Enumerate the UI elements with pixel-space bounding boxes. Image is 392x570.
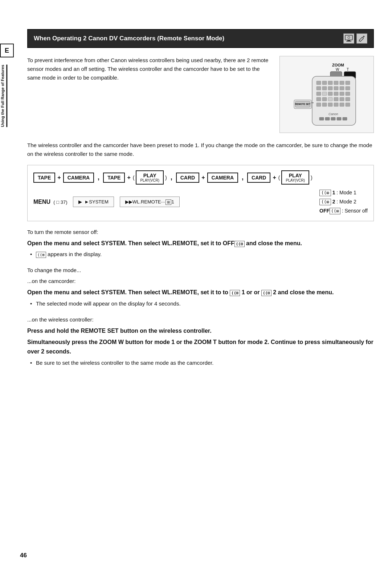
wireless-intro: ...on the wireless controller: <box>27 315 374 324</box>
paren-1: ( <box>133 175 135 181</box>
svg-rect-39 <box>328 103 332 106</box>
pencil-icon <box>356 33 367 44</box>
intro-text: To prevent interference from other Canon… <box>27 56 269 133</box>
letter-e: E <box>5 47 9 54</box>
svg-rect-34 <box>334 97 338 101</box>
diagram-top-row: TAPE + CAMERA , TAPE + ( PLAY PLAY(VCR) … <box>33 170 368 185</box>
diagram-bottom-row: MENU ( □ 37) ▶ ►SYSTEM ▶ ▶WL.REMOTE···⊞1… <box>33 188 368 216</box>
sidebar-rotated-label: Using the Full Range of Features <box>0 65 7 127</box>
change-mode-intro1: To change the mode... <box>27 266 374 275</box>
title-banner: When Operating 2 Canon DV Camcorders (Re… <box>27 29 374 48</box>
svg-point-3 <box>348 36 350 39</box>
wl-remote-label: ▶WL.REMOTE···⊞1 <box>129 199 174 205</box>
svg-rect-51 <box>337 117 341 120</box>
title-banner-icons <box>343 33 367 44</box>
wireless-bold4: Simultaneously press the ZOOM W button f… <box>27 337 374 356</box>
wl-remote-box: ▶ ▶WL.REMOTE···⊞1 <box>120 197 180 207</box>
svg-rect-42 <box>346 103 350 106</box>
svg-rect-25 <box>317 92 321 96</box>
svg-rect-14 <box>322 81 327 85</box>
or-text: or <box>254 289 261 295</box>
card-label-2: CARD <box>247 173 270 183</box>
mode-info: ((⊞ 1 : Mode 1 ((⊞ 2 : Mode 2 OFF((⊞ : S… <box>319 188 368 216</box>
svg-rect-31 <box>317 97 321 101</box>
off-line: OFF((⊞ : Sensor off <box>319 206 368 215</box>
svg-rect-37 <box>317 103 321 106</box>
intro-row: To prevent interference from other Canon… <box>27 56 374 133</box>
svg-rect-16 <box>334 81 338 85</box>
camera-label-2: CAMERA <box>207 173 238 183</box>
remote-svg: ZOOM W T <box>287 60 367 129</box>
wireless-bullet: Be sure to set the wireless controller t… <box>27 359 374 367</box>
svg-rect-52 <box>343 117 347 120</box>
svg-rect-4 <box>359 37 363 41</box>
card-label-1: CARD <box>176 173 199 183</box>
title-banner-text: When Operating 2 Canon DV Camcorders (Re… <box>34 35 224 42</box>
paren-4: ) <box>311 175 313 181</box>
system-label: ►SYSTEM <box>84 199 108 205</box>
svg-rect-28 <box>334 92 338 96</box>
svg-rect-0 <box>345 35 352 40</box>
letter-e-box: E <box>0 44 14 57</box>
main-content: When Operating 2 Canon DV Camcorders (Re… <box>20 15 392 555</box>
camera-label-1: CAMERA <box>63 173 94 183</box>
page-container: E Using the Full Range of Features When … <box>0 0 392 570</box>
svg-rect-23 <box>340 86 344 90</box>
remote-image: ZOOM W T <box>279 56 374 133</box>
svg-rect-33 <box>328 97 332 101</box>
system-arrow-box: ▶ ►SYSTEM <box>73 197 114 207</box>
paren-2: ) <box>165 175 167 181</box>
plus-1: + <box>57 174 61 181</box>
tape-label-1: TAPE <box>33 173 55 183</box>
svg-text:W: W <box>336 68 339 72</box>
tape-label-2: TAPE <box>103 173 125 183</box>
svg-text:T: T <box>347 68 349 72</box>
svg-text:REMOTE SET: REMOTE SET <box>295 103 310 105</box>
svg-text:Canon: Canon <box>328 112 338 116</box>
spacer-1 <box>27 261 374 266</box>
wireless-bold3: Press and hold the REMOTE SET button on … <box>27 326 374 336</box>
svg-rect-27 <box>328 92 332 96</box>
diagram-section: TAPE + CAMERA , TAPE + ( PLAY PLAY(VCR) … <box>27 165 374 221</box>
svg-rect-2 <box>346 41 351 42</box>
to-text: to <box>223 289 230 295</box>
svg-rect-6 <box>363 36 365 38</box>
plus-4: + <box>273 174 276 181</box>
svg-rect-32 <box>322 97 327 101</box>
arrow-triangle-2: ▶ <box>125 199 129 205</box>
svg-rect-17 <box>340 81 344 85</box>
comma-1: , <box>98 174 99 181</box>
svg-rect-40 <box>334 103 338 106</box>
svg-rect-15 <box>328 81 332 85</box>
svg-rect-38 <box>322 103 327 106</box>
svg-rect-19 <box>317 86 321 90</box>
svg-rect-30 <box>346 92 350 96</box>
menu-page-ref: ( □ 37) <box>53 199 67 205</box>
play-box-2: PLAY PLAY(VCR) <box>281 170 309 185</box>
svg-rect-22 <box>334 86 338 90</box>
mode2-line: ((⊞ 2 : Mode 2 <box>319 197 368 206</box>
turn-off-intro: To turn the remote sensor off: <box>27 228 374 237</box>
svg-rect-50 <box>331 117 335 120</box>
play-box-1: PLAY PLAY(VCR) <box>136 170 164 185</box>
mode1-line: ((⊞ 1 : Mode 1 <box>319 188 368 197</box>
change-mode-bullet: The selected mode will appear on the dis… <box>27 299 374 308</box>
svg-rect-41 <box>340 103 344 106</box>
left-sidebar: E Using the Full Range of Features <box>0 15 20 555</box>
svg-rect-26 <box>322 92 327 96</box>
change-mode-intro2: ...on the camcorder: <box>27 277 374 286</box>
turn-off-bullet: ((⊞ appears in the display. <box>27 250 374 259</box>
svg-rect-20 <box>322 86 327 90</box>
svg-rect-49 <box>325 117 330 120</box>
paren-3: ( <box>278 175 280 181</box>
plus-3: + <box>201 174 205 181</box>
svg-rect-36 <box>346 97 350 101</box>
arrow-triangle-1: ▶ <box>78 199 82 205</box>
turn-off-bold: Open the menu and select SYSTEM. Then se… <box>27 239 374 248</box>
comma-3: , <box>242 174 244 181</box>
svg-rect-1 <box>347 40 350 41</box>
comma-2: , <box>171 174 172 181</box>
svg-rect-13 <box>317 81 321 85</box>
svg-rect-21 <box>328 86 332 90</box>
svg-rect-18 <box>346 81 350 85</box>
